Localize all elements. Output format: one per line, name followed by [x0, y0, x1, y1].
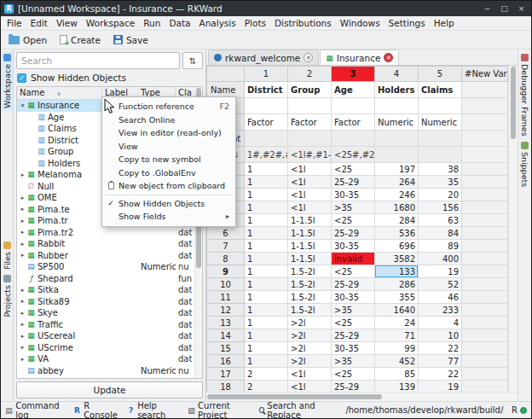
meta-cell[interactable]: Claims	[419, 82, 462, 98]
data-cell[interactable]: 233	[419, 304, 462, 317]
meta-cell[interactable]	[375, 131, 419, 147]
data-cell[interactable]: <1l	[288, 201, 332, 214]
tree-item-rabbit[interactable]: ▸▦Rabbitdat	[17, 238, 194, 250]
statusbar-current-project-button[interactable]: ▧Current Project	[188, 401, 252, 419]
tree-item-rubber[interactable]: ▸▦Rubberdat	[17, 250, 194, 262]
vertical-scrollbar[interactable]	[508, 66, 518, 392]
dock-workspace[interactable]: Workspace	[1, 51, 13, 111]
minimize-icon[interactable]: −	[481, 4, 494, 13]
meta-cell[interactable]: Numeric	[375, 114, 419, 131]
menu-file[interactable]: File	[3, 16, 26, 30]
menu-windows[interactable]: Windows	[336, 16, 385, 30]
row-number[interactable]: 12	[207, 304, 245, 317]
data-cell[interactable]: 35	[419, 176, 462, 189]
tree-item-sitka89[interactable]: ▸▦Sitka89dat	[17, 296, 194, 308]
tab-rkward-welcome[interactable]: rkward_welcome✕	[208, 49, 319, 65]
data-cell[interactable]: 286	[375, 278, 419, 291]
new-variable-cell[interactable]	[462, 355, 508, 368]
data-cell[interactable]: 696	[375, 240, 419, 253]
new-variable-cell[interactable]	[462, 265, 508, 278]
tab-insurance[interactable]: ▦Insurance✕	[320, 49, 399, 65]
data-cell[interactable]: >35	[332, 304, 375, 317]
tree-item-sitka[interactable]: ▸▦Sitkadat	[17, 284, 194, 296]
meta-cell[interactable]	[375, 98, 419, 114]
data-cell[interactable]: 1	[245, 342, 288, 355]
menu-help[interactable]: Help	[430, 16, 459, 30]
expander-icon[interactable]: ▸	[19, 206, 26, 212]
row-number[interactable]: 18	[207, 381, 245, 393]
data-cell[interactable]: 1	[245, 176, 288, 189]
menu-edit[interactable]: Edit	[26, 16, 52, 30]
toolbar-open-button[interactable]: Open	[3, 33, 52, 47]
menu-settings[interactable]: Settings	[385, 16, 430, 30]
new-variable-cell[interactable]	[462, 189, 508, 201]
horizontal-scrollbar-thumb[interactable]	[207, 394, 382, 399]
data-cell[interactable]: <1l	[288, 381, 332, 393]
data-cell[interactable]: 3582	[375, 253, 419, 265]
expander-icon[interactable]: ▸	[19, 172, 26, 178]
data-cell[interactable]: 1	[245, 317, 288, 329]
data-cell[interactable]: 4	[419, 317, 462, 329]
menu-run[interactable]: Run	[139, 16, 165, 30]
context-item-copy-to-globalenv[interactable]: Copy to .GlobalEnv	[102, 166, 235, 180]
statusbar-command-log-button[interactable]: ▤Command log	[5, 401, 66, 419]
data-cell[interactable]: 1-1.5l	[288, 214, 332, 227]
column-header-5[interactable]: 5	[419, 67, 462, 82]
data-cell[interactable]: 30-35	[332, 189, 375, 201]
data-cell[interactable]: >2l	[288, 317, 332, 329]
horizontal-scrollbar[interactable]	[206, 392, 518, 401]
tree-item-shepard[interactable]: ƒShepardfun	[17, 273, 194, 285]
meta-cell[interactable]	[419, 98, 462, 114]
data-cell[interactable]: 25-29	[332, 329, 375, 342]
data-cell[interactable]: 10	[419, 329, 462, 342]
row-number[interactable]: 14	[207, 329, 245, 342]
vertical-scrollbar-thumb[interactable]	[511, 67, 516, 139]
data-cell[interactable]: 1	[245, 253, 288, 265]
new-variable-cell[interactable]	[462, 381, 508, 393]
expander-icon[interactable]: ▸	[19, 344, 26, 351]
expander-icon[interactable]: ▸	[19, 310, 26, 317]
data-cell[interactable]: <25	[332, 214, 375, 227]
new-variable-cell[interactable]	[462, 304, 508, 317]
meta-cell[interactable]: 1#,#2#,#3#,#4	[245, 147, 288, 163]
menu-distributions[interactable]: Distributions	[270, 16, 336, 30]
meta-cell[interactable]: <25#,#25-29#...	[332, 147, 375, 163]
data-cell[interactable]: 52	[419, 278, 462, 291]
data-cell[interactable]: 30-35	[332, 291, 375, 304]
data-cell[interactable]: 1.5-2l	[288, 304, 332, 317]
meta-row-label[interactable]: Name	[207, 82, 245, 98]
update-button[interactable]: Update	[16, 381, 203, 399]
data-cell[interactable]: 25-29	[332, 227, 375, 240]
data-cell[interactable]: 38	[419, 163, 462, 176]
toolbar-create-button[interactable]: Create	[55, 33, 106, 47]
data-cell[interactable]: 1	[245, 214, 288, 227]
meta-cell[interactable]	[245, 131, 288, 147]
new-variable-cell[interactable]	[462, 131, 508, 147]
statusbar-search-and-replace-button[interactable]: Search and Replace	[259, 401, 338, 419]
data-cell[interactable]: 22	[419, 368, 462, 381]
data-cell[interactable]: 63	[419, 214, 462, 227]
data-cell[interactable]: invalid	[332, 253, 375, 265]
data-cell[interactable]: 84	[419, 227, 462, 240]
row-number[interactable]: 11	[207, 291, 245, 304]
meta-cell[interactable]: Group	[288, 82, 332, 98]
new-variable-cell[interactable]	[462, 342, 508, 355]
data-cell[interactable]: 20	[419, 189, 462, 201]
row-number[interactable]: 16	[207, 355, 245, 368]
new-variable-cell[interactable]	[462, 329, 508, 342]
data-cell[interactable]: <1l	[288, 163, 332, 176]
tree-item-uscrime[interactable]: ▸▦UScrimedat	[17, 342, 194, 354]
row-number[interactable]: 13	[207, 317, 245, 329]
data-cell[interactable]: 19	[419, 381, 462, 393]
data-cell[interactable]: 46	[419, 291, 462, 304]
data-cell[interactable]: 1	[245, 163, 288, 176]
column-header-3[interactable]: 3	[332, 67, 375, 82]
context-item-view-in-editor-read-only[interactable]: View in editor (read-only)	[102, 126, 235, 140]
tree-item-sp500[interactable]: ▤SP500Numericnu	[17, 261, 194, 273]
data-cell[interactable]: 22	[419, 342, 462, 355]
data-cell[interactable]: <25	[332, 265, 375, 278]
data-cell[interactable]: 400	[419, 253, 462, 265]
data-cell[interactable]: 1-1.5l	[288, 227, 332, 240]
data-cell[interactable]: 85	[375, 368, 419, 381]
data-cell[interactable]: 1	[245, 265, 288, 278]
